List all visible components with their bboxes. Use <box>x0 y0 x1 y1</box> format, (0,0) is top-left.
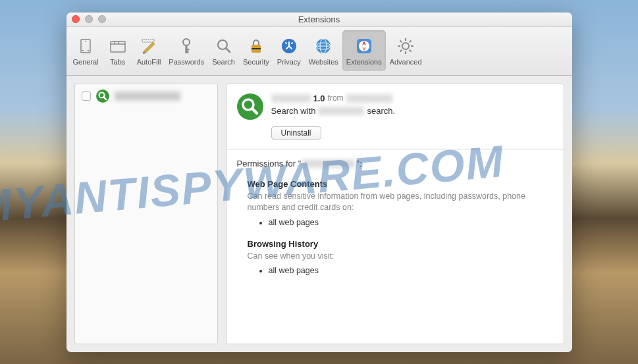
toolbar-label: Search <box>212 58 235 66</box>
tab-search[interactable]: Search <box>208 30 239 71</box>
desc-suffix: search. <box>367 106 395 116</box>
extension-list-item[interactable] <box>75 84 217 108</box>
permission-list: all web pages <box>269 218 553 227</box>
tab-extensions[interactable]: Extensions <box>342 30 386 71</box>
permission-item: all web pages <box>269 266 553 275</box>
extension-details: 1.0 from Search with search. Uninstall P… <box>226 84 564 344</box>
tab-privacy[interactable]: Privacy <box>273 30 305 71</box>
uninstall-button[interactable]: Uninstall <box>271 126 321 140</box>
tab-websites[interactable]: Websites <box>305 30 342 71</box>
websites-icon <box>313 36 333 56</box>
content-area: 1.0 from Search with search. Uninstall P… <box>66 76 572 352</box>
toolbar-label: Advanced <box>390 58 422 66</box>
permission-item: all web pages <box>269 218 553 227</box>
extension-name-redacted <box>271 94 311 103</box>
tab-advanced[interactable]: Advanced <box>386 30 426 71</box>
general-icon <box>76 36 95 56</box>
permission-heading: Browsing History <box>248 239 553 249</box>
extension-name-redacted <box>302 159 355 168</box>
svg-point-1 <box>85 41 86 42</box>
tab-tabs[interactable]: Tabs <box>103 30 133 71</box>
svg-line-31 <box>400 49 402 51</box>
perm-title-suffix: ": <box>356 159 361 169</box>
permission-list: all web pages <box>269 266 553 275</box>
svg-point-24 <box>402 43 409 49</box>
extension-title-line: 1.0 from <box>271 93 553 103</box>
tab-general[interactable]: General <box>69 30 103 71</box>
extension-name-redacted <box>115 91 180 101</box>
tabs-icon <box>108 36 128 56</box>
extensions-icon <box>354 36 374 56</box>
extension-description-line: Search with search. <box>271 106 553 116</box>
svg-point-9 <box>183 39 190 45</box>
permissions-panel: Permissions for " ": Web Page Contents C… <box>226 149 564 297</box>
extension-icon <box>96 90 109 103</box>
svg-line-14 <box>226 48 230 52</box>
extension-name-redacted <box>318 107 364 115</box>
svg-line-32 <box>410 40 412 42</box>
extensions-sidebar <box>74 84 218 344</box>
svg-rect-16 <box>252 48 261 49</box>
security-icon <box>246 36 266 56</box>
svg-rect-12 <box>186 51 189 53</box>
svg-rect-2 <box>82 50 84 51</box>
extension-version: 1.0 <box>313 93 325 103</box>
svg-rect-11 <box>186 49 190 51</box>
privacy-icon <box>279 36 299 56</box>
zoom-button[interactable] <box>98 15 106 23</box>
svg-point-36 <box>237 93 263 120</box>
perm-title-prefix: Permissions for " <box>237 159 302 169</box>
toolbar: General Tabs AutoFill Passwords <box>66 27 572 76</box>
details-header: 1.0 from Search with search. Uninstall <box>226 84 564 149</box>
toolbar-label: AutoFill <box>137 58 161 66</box>
passwords-icon <box>176 36 196 56</box>
extension-icon-large <box>237 93 263 120</box>
permission-section: Browsing History Can see when you visit:… <box>248 239 553 276</box>
window-title: Extensions <box>298 14 340 24</box>
toolbar-label: Extensions <box>346 58 382 66</box>
permissions-title: Permissions for " ": <box>237 159 553 169</box>
header-text: 1.0 from Search with search. Uninstall <box>271 93 553 140</box>
desc-prefix: Search with <box>271 106 316 116</box>
minimize-button[interactable] <box>85 15 93 23</box>
tab-security[interactable]: Security <box>239 30 273 71</box>
toolbar-label: Passwords <box>169 58 204 66</box>
toolbar-label: General <box>73 58 99 66</box>
extension-enable-checkbox[interactable] <box>82 91 91 101</box>
traffic-lights <box>72 15 106 23</box>
tab-passwords[interactable]: Passwords <box>165 30 208 71</box>
autofill-icon <box>139 36 159 56</box>
from-label: from <box>328 93 344 103</box>
toolbar-label: Tabs <box>110 58 125 66</box>
permission-description: Can read sensitive information from web … <box>248 191 553 214</box>
advanced-icon <box>396 36 415 56</box>
titlebar: Extensions <box>66 13 572 27</box>
toolbar-label: Security <box>243 58 269 66</box>
svg-rect-4 <box>111 41 125 52</box>
svg-line-30 <box>410 49 412 51</box>
tab-autofill[interactable]: AutoFill <box>133 30 165 71</box>
preferences-window: Extensions General Tabs AutoFill <box>66 13 572 352</box>
svg-line-29 <box>400 40 402 42</box>
svg-rect-8 <box>142 39 154 42</box>
toolbar-label: Websites <box>309 58 338 66</box>
permission-section: Web Page Contents Can read sensitive inf… <box>248 179 553 227</box>
extension-author-redacted <box>346 94 392 103</box>
permission-description: Can see when you visit: <box>248 251 553 263</box>
permission-heading: Web Page Contents <box>248 179 553 189</box>
search-icon <box>214 36 234 56</box>
toolbar-label: Privacy <box>277 58 301 66</box>
svg-point-33 <box>96 90 109 103</box>
svg-rect-3 <box>88 50 89 51</box>
close-button[interactable] <box>72 15 80 23</box>
